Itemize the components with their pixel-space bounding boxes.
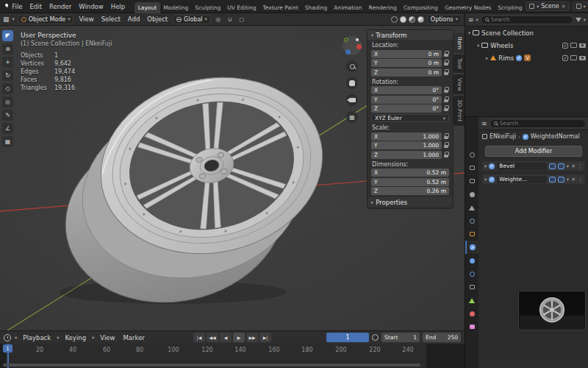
play-button[interactable]: ▶ bbox=[233, 333, 245, 342]
transform-panel-header[interactable]: ▾ Transform bbox=[368, 30, 453, 40]
menu-add[interactable]: Add bbox=[126, 15, 142, 24]
shading-rendered-icon[interactable] bbox=[417, 16, 424, 23]
navigation-gizmo[interactable] bbox=[343, 36, 362, 55]
pan-hand-icon[interactable] bbox=[346, 77, 358, 89]
drag-handle-icon[interactable]: ⋮ bbox=[578, 177, 583, 183]
outliner-search-input[interactable] bbox=[491, 16, 569, 23]
outliner-search[interactable] bbox=[481, 15, 573, 24]
expand-icon[interactable]: ▾ bbox=[468, 30, 470, 36]
tab-tool[interactable] bbox=[465, 148, 478, 161]
add-modifier-button[interactable]: Add Modifier bbox=[485, 146, 582, 157]
playhead-label[interactable]: 1 bbox=[3, 344, 12, 353]
npanel-tab-view[interactable]: View bbox=[453, 74, 465, 95]
options-dropdown[interactable]: Options ▾ bbox=[427, 15, 462, 24]
menu-view[interactable]: View bbox=[76, 15, 96, 24]
scale-y-field[interactable]: Y1.000 bbox=[371, 141, 442, 149]
tool-scale[interactable]: ◇ bbox=[2, 83, 13, 94]
tool-transform[interactable]: ◎ bbox=[2, 96, 13, 107]
close-icon[interactable]: ✕ bbox=[562, 4, 566, 10]
tab-scripting[interactable]: Scripting bbox=[495, 2, 526, 13]
tab-render[interactable] bbox=[465, 161, 478, 174]
scale-z-field[interactable]: Z1.000 bbox=[371, 151, 442, 159]
orientation-dropdown[interactable]: Global ▾ bbox=[173, 15, 211, 24]
timeline-scrollbar[interactable] bbox=[3, 364, 420, 367]
ortho-grid-icon[interactable]: ▦ bbox=[346, 111, 358, 123]
menu-object[interactable]: Object bbox=[145, 15, 170, 24]
outliner-row-scene-collection[interactable]: ▾ Scene Collection bbox=[465, 26, 588, 39]
npanel-tab-item[interactable]: Item bbox=[453, 33, 465, 53]
lock-icon[interactable] bbox=[444, 142, 449, 149]
tab-sculpting[interactable]: Sculpting bbox=[192, 2, 224, 13]
lock-icon[interactable] bbox=[444, 152, 449, 158]
expand-icon[interactable]: ▾ bbox=[484, 177, 487, 183]
menu-edit[interactable]: Edit bbox=[26, 1, 46, 12]
outliner-row-rims[interactable]: ▸ Rims V ✓ bbox=[465, 52, 588, 64]
rotation-y-field[interactable]: Y0° bbox=[371, 96, 442, 104]
tab-object-data[interactable] bbox=[465, 294, 478, 307]
jump-to-end-button[interactable]: ▶| bbox=[259, 333, 271, 342]
next-keyframe-button[interactable]: ▶▶ bbox=[246, 333, 258, 342]
zoom-icon[interactable] bbox=[346, 60, 358, 72]
properties-search-input[interactable] bbox=[500, 120, 581, 127]
dimensions-y-field[interactable]: Y0.52 m bbox=[371, 178, 449, 186]
axis-y-dot-icon[interactable] bbox=[344, 38, 348, 42]
location-x-field[interactable]: X0 m bbox=[371, 50, 442, 58]
tab-animation[interactable]: Animation bbox=[331, 2, 365, 13]
lock-icon[interactable] bbox=[444, 51, 449, 57]
pivot-point-icon[interactable]: ◎ bbox=[214, 15, 223, 24]
shading-solid-icon[interactable] bbox=[400, 16, 406, 23]
tool-measure[interactable]: ∠ bbox=[2, 123, 13, 134]
properties-panel-header[interactable]: ▸ Properties bbox=[368, 197, 453, 207]
extras-menu-icon[interactable]: ▾ bbox=[567, 177, 569, 183]
tab-rendering[interactable]: Rendering bbox=[365, 2, 400, 13]
expand-icon[interactable]: ▾ bbox=[477, 43, 479, 49]
menu-marker[interactable]: Marker bbox=[121, 333, 146, 342]
jump-to-start-button[interactable]: |◀ bbox=[193, 333, 205, 342]
tab-view-layer[interactable] bbox=[465, 188, 478, 201]
properties-editor-icon[interactable]: ≡ bbox=[481, 120, 487, 127]
axis-z-dot-icon[interactable] bbox=[345, 49, 351, 54]
breadcrumb-modifier[interactable]: WeightedNormal bbox=[531, 133, 580, 140]
npanel-tab-3d-print[interactable]: 3D-Print bbox=[453, 96, 465, 126]
menu-render[interactable]: Render bbox=[46, 1, 75, 12]
keying-set-icon[interactable] bbox=[372, 334, 379, 341]
extras-menu-icon[interactable]: ▾ bbox=[567, 163, 569, 169]
tab-texture-paint[interactable]: Texture Paint bbox=[259, 2, 301, 13]
tab-texture[interactable] bbox=[465, 320, 478, 333]
current-frame-field[interactable]: 1 bbox=[326, 333, 369, 342]
scale-x-field[interactable]: X1.000 bbox=[371, 132, 442, 141]
remove-modifier-icon[interactable]: ✕ bbox=[571, 177, 576, 183]
lock-icon[interactable] bbox=[444, 133, 449, 140]
tool-cursor[interactable]: ⊕ bbox=[2, 43, 13, 54]
outliner-editor-icon[interactable]: ≡ bbox=[468, 16, 474, 24]
tab-object[interactable] bbox=[465, 227, 478, 241]
lock-icon[interactable] bbox=[444, 60, 449, 66]
prev-keyframe-button[interactable]: ◀◀ bbox=[207, 333, 218, 342]
scene-selector[interactable]: ▾ Scene ✕ bbox=[526, 1, 570, 11]
camera-view-icon[interactable] bbox=[346, 94, 358, 106]
frame-start-field[interactable]: Start1 bbox=[381, 333, 420, 342]
play-reverse-button[interactable]: ◀ bbox=[220, 333, 232, 342]
viewport-visibility-icon[interactable] bbox=[570, 43, 577, 48]
filter-icon[interactable] bbox=[576, 18, 581, 22]
outliner-row-wheels[interactable]: ▾ Wheels ✓ bbox=[465, 39, 588, 52]
dimensions-x-field[interactable]: X0.52 m bbox=[371, 169, 449, 177]
dimensions-z-field[interactable]: Z0.26 m bbox=[371, 187, 449, 195]
proportional-edit-icon[interactable]: ○ bbox=[237, 15, 246, 24]
remove-modifier-icon[interactable]: ✕ bbox=[571, 163, 576, 169]
properties-search[interactable] bbox=[490, 119, 586, 128]
axis-dot-icon[interactable] bbox=[356, 38, 359, 41]
tab-output[interactable] bbox=[465, 174, 478, 188]
menu-keying[interactable]: Keying bbox=[62, 333, 88, 342]
tool-move[interactable]: + bbox=[2, 57, 13, 68]
tab-geometry-nodes[interactable]: Geometry Nodes bbox=[441, 2, 494, 13]
timeline-editor-icon[interactable] bbox=[4, 334, 11, 342]
checkbox-icon[interactable]: ✓ bbox=[562, 43, 568, 49]
viewport-visibility-icon[interactable] bbox=[570, 55, 577, 60]
location-y-field[interactable]: Y0 m bbox=[371, 59, 442, 67]
tab-scene[interactable] bbox=[465, 201, 478, 214]
tab-shading[interactable]: Shading bbox=[301, 2, 330, 13]
tool-rotate[interactable]: ↻ bbox=[2, 70, 13, 81]
lock-icon[interactable] bbox=[444, 96, 449, 103]
axis-x-dot-icon[interactable] bbox=[356, 44, 362, 49]
